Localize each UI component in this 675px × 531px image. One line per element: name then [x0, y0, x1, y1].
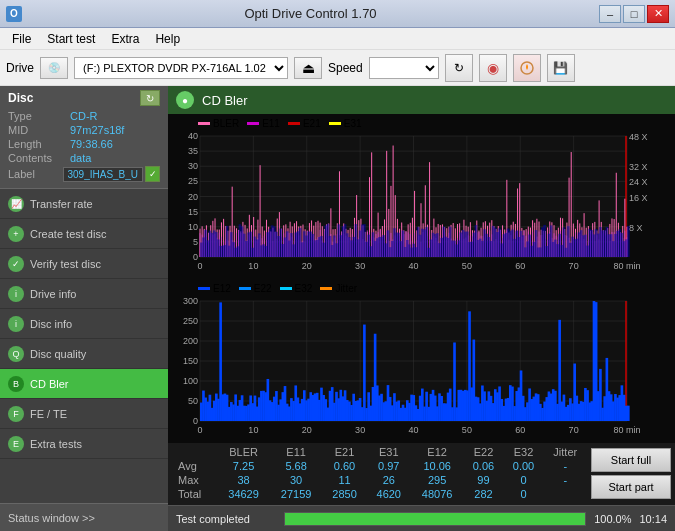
- refresh-button[interactable]: ↻: [445, 54, 473, 82]
- status-text: Test completed: [176, 513, 276, 525]
- disc-panel: Disc ↻ Type CD-R MID 97m27s18f Length 79…: [0, 86, 168, 189]
- max-bler: 38: [217, 473, 270, 487]
- menu-help[interactable]: Help: [147, 30, 188, 48]
- drivebar: Drive 💿 (F:) PLEXTOR DVDR PX-716AL 1.02 …: [0, 50, 675, 86]
- col-header-e32: E32: [504, 445, 544, 459]
- menu-extra[interactable]: Extra: [103, 30, 147, 48]
- sidebar-item-fe-te[interactable]: F FE / TE: [0, 399, 168, 429]
- legend-e21: E21: [288, 118, 321, 129]
- save-button[interactable]: 💾: [547, 54, 575, 82]
- window-controls: – □ ✕: [599, 5, 669, 23]
- e11-label: E11: [262, 118, 280, 129]
- e31-label: E31: [344, 118, 362, 129]
- e21-color: [288, 122, 300, 125]
- disc-type-value: CD-R: [70, 110, 98, 122]
- sidebar-item-transfer-rate[interactable]: 📈 Transfer rate: [0, 189, 168, 219]
- buttons-container: Start full Start part: [587, 445, 671, 501]
- max-e32: 0: [504, 473, 544, 487]
- col-header-e21: E21: [322, 445, 366, 459]
- sidebar-item-extra-tests[interactable]: E Extra tests: [0, 429, 168, 459]
- total-e22: 282: [463, 487, 503, 501]
- minimize-button[interactable]: –: [599, 5, 621, 23]
- drive-info-label: Drive info: [30, 288, 76, 300]
- legend-e11: E11: [247, 118, 280, 129]
- progress-bar-container: [284, 512, 586, 526]
- menu-start-test[interactable]: Start test: [39, 30, 103, 48]
- sidebar-item-create-test-disc[interactable]: + Create test disc: [0, 219, 168, 249]
- disc-quality-label: Disc quality: [30, 348, 86, 360]
- total-e32: 0: [504, 487, 544, 501]
- menu-file[interactable]: File: [4, 30, 39, 48]
- speed-select[interactable]: [369, 57, 439, 79]
- max-label: Max: [172, 473, 217, 487]
- time-display: 10:14: [639, 513, 667, 525]
- progress-bar: [285, 513, 585, 525]
- cd-bler-chart-icon: ●: [176, 91, 194, 109]
- status-window-button[interactable]: Status window >>: [0, 503, 168, 531]
- col-header-e22: E22: [463, 445, 503, 459]
- disc-refresh-button[interactable]: ↻: [140, 90, 160, 106]
- e32-label: E32: [295, 283, 313, 294]
- disc-label-confirm-button[interactable]: ✓: [145, 166, 160, 182]
- max-jitter: -: [544, 473, 587, 487]
- erase-button[interactable]: ◉: [479, 54, 507, 82]
- sidebar-item-cd-bler[interactable]: B CD Bler: [0, 369, 168, 399]
- speed-label: Speed: [328, 61, 363, 75]
- upper-chart-canvas: [168, 114, 675, 279]
- col-header-e12: E12: [411, 445, 464, 459]
- e12-color: [198, 287, 210, 290]
- disc-type-label: Type: [8, 110, 70, 122]
- max-e22: 99: [463, 473, 503, 487]
- lower-chart-legend: E12 E22 E32 Jitter: [198, 283, 357, 294]
- chart-title: CD Bler: [202, 93, 248, 108]
- total-bler: 34629: [217, 487, 270, 501]
- content-area: ● CD Bler BLER E11: [168, 86, 675, 531]
- fe-te-label: FE / TE: [30, 408, 67, 420]
- lower-chart-canvas: [168, 279, 675, 443]
- maximize-button[interactable]: □: [623, 5, 645, 23]
- table-row-max: Max 38 30 11 26 295 99 0 -: [172, 473, 587, 487]
- drive-label: Drive: [6, 61, 34, 75]
- legend-e12: E12: [198, 283, 231, 294]
- legend-bler: BLER: [198, 118, 239, 129]
- bler-label: BLER: [213, 118, 239, 129]
- drive-select[interactable]: (F:) PLEXTOR DVDR PX-716AL 1.02: [74, 57, 288, 79]
- legend-e22: E22: [239, 283, 272, 294]
- eject-button[interactable]: ⏏: [294, 57, 322, 79]
- disc-label-input[interactable]: [63, 167, 143, 182]
- drive-icon-btn: 💿: [40, 57, 68, 79]
- status-window-label: Status window >>: [8, 512, 95, 524]
- col-header-row: [172, 445, 217, 459]
- close-button[interactable]: ✕: [647, 5, 669, 23]
- sidebar-item-verify-test-disc[interactable]: ✓ Verify test disc: [0, 249, 168, 279]
- e11-color: [247, 122, 259, 125]
- menubar: File Start test Extra Help: [0, 28, 675, 50]
- avg-e31: 0.97: [367, 459, 411, 473]
- statusbar: Test completed 100.0% 10:14: [168, 505, 675, 531]
- max-e31: 26: [367, 473, 411, 487]
- jitter-color: [320, 287, 332, 290]
- chart-header: ● CD Bler: [168, 86, 675, 114]
- disc-length-value: 79:38.66: [70, 138, 113, 150]
- col-header-e31: E31: [367, 445, 411, 459]
- legend-e32: E32: [280, 283, 313, 294]
- sidebar-item-disc-quality[interactable]: Q Disc quality: [0, 339, 168, 369]
- fe-te-icon: F: [8, 406, 24, 422]
- verify-test-disc-label: Verify test disc: [30, 258, 101, 270]
- sidebar-item-drive-info[interactable]: i Drive info: [0, 279, 168, 309]
- table-row-total: Total 34629 27159 2850 4620 48076 282 0: [172, 487, 587, 501]
- upper-chart-legend: BLER E11 E21 E31: [198, 118, 362, 129]
- table-row-avg: Avg 7.25 5.68 0.60 0.97 10.06 0.06 0.00 …: [172, 459, 587, 473]
- disc-title: Disc: [8, 91, 33, 105]
- transfer-rate-icon: 📈: [8, 196, 24, 212]
- max-e21: 11: [322, 473, 366, 487]
- e12-label: E12: [213, 283, 231, 294]
- start-full-button[interactable]: Start full: [591, 448, 671, 472]
- bottom-section: BLER E11 E21 E31 E12 E22 E32 Jitter Avg: [168, 443, 675, 505]
- e21-label: E21: [303, 118, 321, 129]
- start-part-button[interactable]: Start part: [591, 475, 671, 499]
- sidebar-item-disc-info[interactable]: i Disc info: [0, 309, 168, 339]
- burn-button[interactable]: [513, 54, 541, 82]
- total-e12: 48076: [411, 487, 464, 501]
- data-table: BLER E11 E21 E31 E12 E22 E32 Jitter Avg: [172, 445, 587, 501]
